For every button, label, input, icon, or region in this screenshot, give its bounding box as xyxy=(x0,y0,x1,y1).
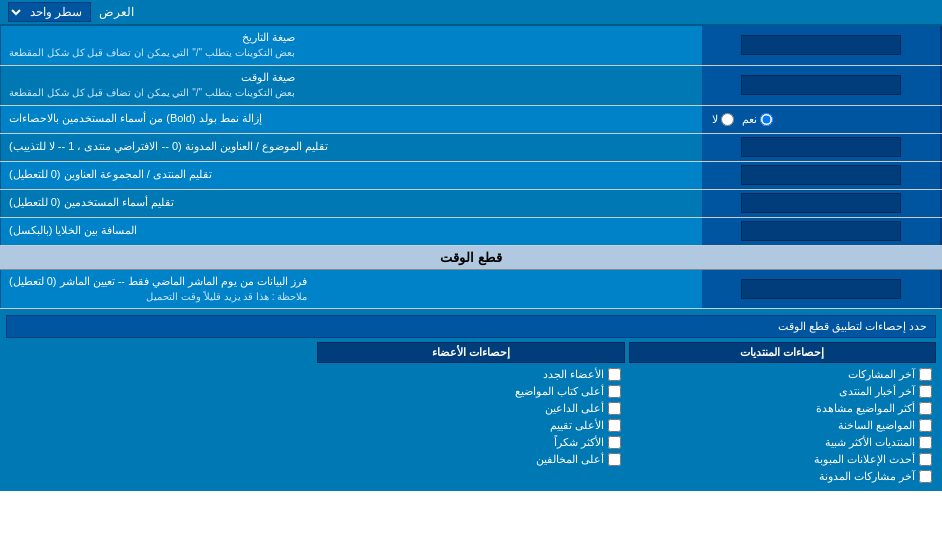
stat-label[interactable]: المنتديات الأكثر شبية xyxy=(825,436,915,449)
list-item: أعلى الداعين xyxy=(317,400,624,417)
time-cut-input-cell: 0 xyxy=(702,270,942,309)
subject-align-input[interactable]: 33 xyxy=(741,137,901,157)
cell-spacing-label: المسافة بين الخلايا (بالبكسل) xyxy=(0,218,702,245)
header-row: العرض سطر واحد سطرين ثلاثة أسطر xyxy=(0,0,942,26)
time-cut-section-header: قطع الوقت xyxy=(0,246,942,270)
stats-col-members: إحصاءات الأعضاء الأعضاء الجدد أعلى كتاب … xyxy=(317,342,624,485)
main-container: العرض سطر واحد سطرين ثلاثة أسطر d-m صيغة… xyxy=(0,0,942,491)
user-align-row: 0 تقليم أسماء المستخدمين (0 للتعطيل) xyxy=(0,190,942,218)
list-item: آخر مشاركات المدونة xyxy=(629,468,936,485)
stat-label[interactable]: آخر المشاركات xyxy=(848,368,915,381)
cell-spacing-row: 2 المسافة بين الخلايا (بالبكسل) xyxy=(0,218,942,246)
stat-checkbox[interactable] xyxy=(608,385,621,398)
list-item: الأعضاء الجدد xyxy=(317,366,624,383)
date-format-input[interactable]: d-m xyxy=(741,35,901,55)
stat-checkbox[interactable] xyxy=(608,402,621,415)
forum-align-label: تقليم المنتدى / المجموعة العناوين (0 للت… xyxy=(0,162,702,189)
subject-align-input-cell: 33 xyxy=(702,134,942,161)
stat-label[interactable]: أعلى المخالفين xyxy=(536,453,604,466)
list-item: أحدث الإعلانات المبوبة xyxy=(629,451,936,468)
list-item: أعلى كتاب المواضيع xyxy=(317,383,624,400)
time-format-input-cell: H:i xyxy=(702,66,942,105)
user-align-input-cell: 0 xyxy=(702,190,942,217)
forum-align-input[interactable]: 33 xyxy=(741,165,901,185)
time-format-label: صيغة الوقت بعض التكوينات يتطلب "/" التي … xyxy=(0,66,702,105)
stat-checkbox[interactable] xyxy=(919,368,932,381)
forum-align-row: 33 تقليم المنتدى / المجموعة العناوين (0 … xyxy=(0,162,942,190)
list-item: الأكثر شكراً xyxy=(317,434,624,451)
bold-remove-input-cell: نعم لا xyxy=(702,106,942,133)
stat-checkbox[interactable] xyxy=(919,419,932,432)
cell-spacing-input[interactable]: 2 xyxy=(741,221,901,241)
stats-col-forums-title: إحصاءات المنتديات xyxy=(629,342,936,363)
stats-grid: إحصاءات المنتديات آخر المشاركات آخر أخبا… xyxy=(6,342,936,485)
stat-label[interactable]: أكثر المواضيع مشاهدة xyxy=(816,402,915,415)
date-format-row: d-m صيغة التاريخ بعض التكوينات يتطلب "/"… xyxy=(0,26,942,66)
bold-no-radio[interactable] xyxy=(721,113,734,126)
stat-checkbox[interactable] xyxy=(608,453,621,466)
stats-col-members-title: إحصاءات الأعضاء xyxy=(317,342,624,363)
time-cut-input[interactable]: 0 xyxy=(741,279,901,299)
bold-remove-row: نعم لا إزالة نمط بولد (Bold) من أسماء ال… xyxy=(0,106,942,134)
stat-label[interactable]: أحدث الإعلانات المبوبة xyxy=(814,453,915,466)
time-cut-row: 0 فرز البيانات من يوم الماشر الماضي فقط … xyxy=(0,270,942,310)
bold-yes-radio[interactable] xyxy=(760,113,773,126)
subject-align-row: 33 تقليم الموضوع / العناوين المدونة (0 -… xyxy=(0,134,942,162)
stat-label[interactable]: المواضيع الساخنة xyxy=(838,419,915,432)
stat-checkbox[interactable] xyxy=(608,419,621,432)
stats-section-header: حدد إحصاءات لتطبيق قطع الوقت xyxy=(6,315,936,338)
time-format-input[interactable]: H:i xyxy=(741,75,901,95)
time-format-row: H:i صيغة الوقت بعض التكوينات يتطلب "/" ا… xyxy=(0,66,942,106)
subject-align-label: تقليم الموضوع / العناوين المدونة (0 -- ا… xyxy=(0,134,702,161)
stat-checkbox[interactable] xyxy=(608,368,621,381)
stat-checkbox[interactable] xyxy=(919,402,932,415)
list-item: آخر المشاركات xyxy=(629,366,936,383)
stat-label[interactable]: الأعضاء الجدد xyxy=(543,368,604,381)
stats-section: حدد إحصاءات لتطبيق قطع الوقت إحصاءات الم… xyxy=(0,309,942,491)
stat-checkbox[interactable] xyxy=(919,470,932,483)
list-item: الأعلى تقييم xyxy=(317,417,624,434)
date-format-input-cell: d-m xyxy=(702,26,942,65)
stats-col-empty xyxy=(6,342,313,485)
stat-checkbox[interactable] xyxy=(919,436,932,449)
user-align-input[interactable]: 0 xyxy=(741,193,901,213)
stat-label[interactable]: أعلى الداعين xyxy=(545,402,604,415)
list-item: أعلى المخالفين xyxy=(317,451,624,468)
list-item: آخر أخبار المنتدى xyxy=(629,383,936,400)
list-item: المواضيع الساخنة xyxy=(629,417,936,434)
header-label: العرض xyxy=(99,5,134,19)
time-cut-label: فرز البيانات من يوم الماشر الماضي فقط --… xyxy=(0,270,702,309)
list-item: المنتديات الأكثر شبية xyxy=(629,434,936,451)
stat-label[interactable]: آخر أخبار المنتدى xyxy=(839,385,915,398)
list-item: أكثر المواضيع مشاهدة xyxy=(629,400,936,417)
cell-spacing-input-cell: 2 xyxy=(702,218,942,245)
stat-label[interactable]: الأكثر شكراً xyxy=(554,436,604,449)
bold-remove-label: إزالة نمط بولد (Bold) من أسماء المستخدمي… xyxy=(0,106,702,133)
stat-checkbox[interactable] xyxy=(919,385,932,398)
stat-checkbox[interactable] xyxy=(608,436,621,449)
date-format-label: صيغة التاريخ بعض التكوينات يتطلب "/" الت… xyxy=(0,26,702,65)
stat-label[interactable]: آخر مشاركات المدونة xyxy=(819,470,915,483)
stats-col-forums: إحصاءات المنتديات آخر المشاركات آخر أخبا… xyxy=(629,342,936,485)
user-align-label: تقليم أسماء المستخدمين (0 للتعطيل) xyxy=(0,190,702,217)
display-dropdown[interactable]: سطر واحد سطرين ثلاثة أسطر xyxy=(8,2,91,22)
stat-checkbox[interactable] xyxy=(919,453,932,466)
stat-label[interactable]: الأعلى تقييم xyxy=(550,419,604,432)
stat-label[interactable]: أعلى كتاب المواضيع xyxy=(515,385,604,398)
forum-align-input-cell: 33 xyxy=(702,162,942,189)
